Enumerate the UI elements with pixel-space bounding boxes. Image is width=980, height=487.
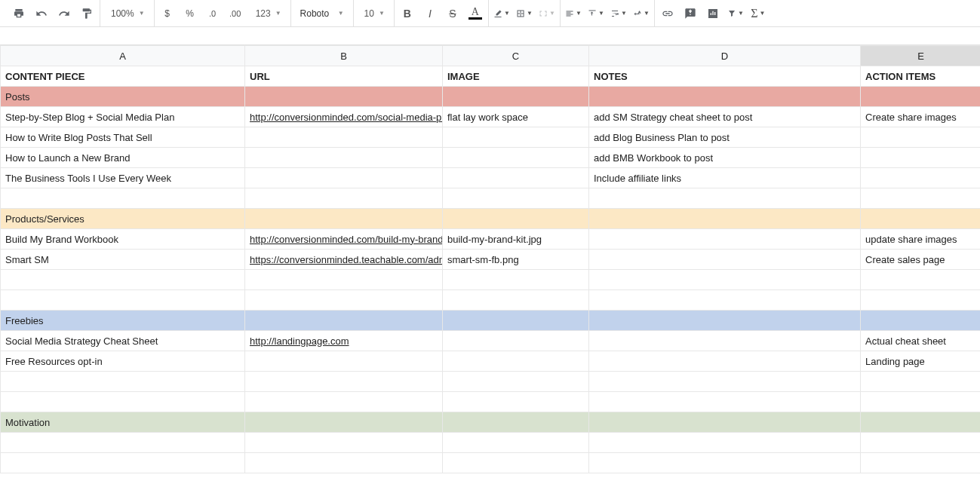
vertical-align-icon[interactable]: ▼ — [588, 5, 604, 22]
cell[interactable] — [861, 311, 981, 331]
text-color-button[interactable]: A — [467, 5, 484, 22]
cell[interactable]: Smart SM — [1, 250, 245, 270]
cell[interactable]: Landing page — [861, 351, 981, 372]
cell[interactable] — [443, 331, 589, 351]
currency-button[interactable]: $ — [159, 5, 176, 22]
cell[interactable] — [245, 188, 443, 209]
cell[interactable] — [245, 148, 443, 168]
cell[interactable] — [245, 412, 443, 433]
font-dropdown[interactable]: Roboto ▼ — [296, 8, 349, 19]
cell[interactable] — [245, 168, 443, 188]
undo-icon[interactable] — [33, 5, 50, 22]
cell[interactable] — [861, 372, 981, 392]
cell[interactable]: NOTES — [589, 66, 861, 87]
cell[interactable]: smart-sm-fb.png — [443, 250, 589, 270]
col-header-a[interactable]: A — [1, 46, 245, 66]
borders-icon[interactable]: ▼ — [516, 5, 533, 22]
horizontal-align-icon[interactable]: ▼ — [565, 5, 582, 22]
cell[interactable] — [861, 209, 981, 229]
cell[interactable] — [245, 209, 443, 229]
cell[interactable]: CONTENT PIECE — [1, 66, 245, 87]
cell[interactable]: Include affiliate links — [589, 168, 861, 188]
cell[interactable] — [1, 372, 245, 392]
cell[interactable] — [861, 148, 981, 168]
cell[interactable]: ACTION ITEMS — [861, 66, 981, 87]
cell[interactable] — [245, 433, 443, 453]
cell[interactable] — [443, 433, 589, 453]
cell[interactable] — [861, 392, 981, 412]
cell[interactable]: Motivation — [1, 412, 245, 433]
zoom-dropdown[interactable]: 100% ▼ — [105, 8, 149, 19]
insert-link-icon[interactable] — [659, 5, 676, 22]
cell[interactable] — [1, 453, 245, 473]
cell[interactable] — [443, 290, 589, 311]
cell[interactable]: IMAGE — [443, 66, 589, 87]
cell[interactable] — [443, 148, 589, 168]
cell[interactable] — [245, 127, 443, 148]
increase-decimal-button[interactable]: .00 — [227, 5, 244, 22]
text-wrap-icon[interactable]: ▼ — [610, 5, 627, 22]
cell[interactable] — [1, 392, 245, 412]
col-header-d[interactable]: D — [589, 46, 861, 66]
cell[interactable] — [245, 392, 443, 412]
cell[interactable]: Step-by-Step Blog + Social Media Plan — [1, 107, 245, 127]
cell[interactable]: Actual cheat sheet — [861, 331, 981, 351]
cell[interactable] — [861, 188, 981, 209]
cell[interactable] — [443, 453, 589, 473]
cell[interactable] — [1, 290, 245, 311]
cell[interactable] — [589, 270, 861, 290]
fill-color-icon[interactable]: ▼ — [493, 5, 510, 22]
cell[interactable] — [861, 168, 981, 188]
cell[interactable] — [1, 188, 245, 209]
cell[interactable] — [443, 188, 589, 209]
cell[interactable]: add BMB Workbook to post — [589, 148, 861, 168]
cell[interactable] — [589, 412, 861, 433]
cell[interactable]: update share images — [861, 229, 981, 250]
cell[interactable] — [589, 290, 861, 311]
formula-bar[interactable] — [0, 27, 980, 45]
merge-cells-icon[interactable]: ▼ — [539, 5, 555, 22]
decrease-decimal-button[interactable]: .0 — [204, 5, 221, 22]
cell-link[interactable]: https://conversionminded.teachable.com/a… — [245, 250, 443, 270]
cell[interactable]: add SM Strategy cheat sheet to post — [589, 107, 861, 127]
cell[interactable]: flat lay work space — [443, 107, 589, 127]
cell[interactable] — [861, 433, 981, 453]
cell[interactable]: How to Write Blog Posts That Sell — [1, 127, 245, 148]
cell[interactable] — [589, 331, 861, 351]
cell[interactable] — [589, 453, 861, 473]
cell[interactable] — [589, 311, 861, 331]
font-size-dropdown[interactable]: 10 ▼ — [358, 8, 389, 19]
cell[interactable] — [861, 87, 981, 107]
cell[interactable] — [443, 311, 589, 331]
cell[interactable]: The Business Tools I Use Every Week — [1, 168, 245, 188]
cell[interactable]: Build My Brand Workbook — [1, 229, 245, 250]
strikethrough-button[interactable]: S — [444, 5, 461, 22]
cell[interactable] — [245, 453, 443, 473]
cell[interactable] — [245, 87, 443, 107]
cell[interactable] — [443, 392, 589, 412]
cell[interactable] — [589, 229, 861, 250]
cell[interactable]: add Blog Business Plan to post — [589, 127, 861, 148]
cell[interactable]: Free Resources opt-in — [1, 351, 245, 372]
cell[interactable]: Products/Services — [1, 209, 245, 229]
cell[interactable] — [861, 412, 981, 433]
cell[interactable] — [861, 453, 981, 473]
bold-button[interactable]: B — [399, 5, 416, 22]
cell-link[interactable]: http://conversionminded.com/social-media… — [245, 107, 443, 127]
cell[interactable] — [245, 290, 443, 311]
cell[interactable] — [245, 372, 443, 392]
cell[interactable] — [443, 209, 589, 229]
cell[interactable] — [589, 372, 861, 392]
cell[interactable]: Create share images — [861, 107, 981, 127]
cell[interactable]: Create sales page — [861, 250, 981, 270]
cell-link[interactable]: http://landingpage.com — [245, 331, 443, 351]
col-header-e[interactable]: E — [861, 46, 981, 66]
cell[interactable]: How to Launch a New Brand — [1, 148, 245, 168]
cell[interactable] — [443, 372, 589, 392]
cell[interactable] — [443, 351, 589, 372]
col-header-c[interactable]: C — [443, 46, 589, 66]
redo-icon[interactable] — [56, 5, 72, 22]
italic-button[interactable]: I — [422, 5, 438, 22]
cell[interactable] — [245, 270, 443, 290]
cell[interactable]: Freebies — [1, 311, 245, 331]
